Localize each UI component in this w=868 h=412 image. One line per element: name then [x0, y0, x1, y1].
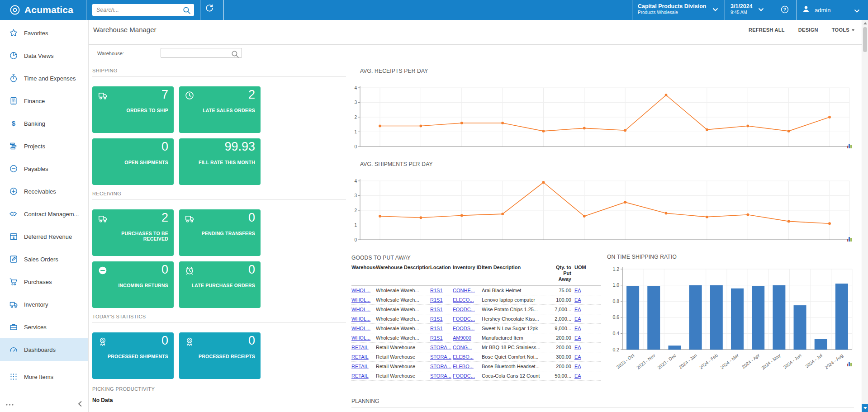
cell-link[interactable]: ELEBO... [453, 364, 474, 369]
cell-link[interactable]: CONG... [453, 345, 472, 350]
cell-link[interactable]: R1S1 [430, 307, 443, 312]
cell-link[interactable]: STORA... [430, 345, 451, 350]
sidebar-item-label: Favorites [24, 30, 48, 37]
cell-link[interactable]: EA [574, 354, 581, 360]
warehouse-input[interactable] [161, 48, 242, 57]
cell-link[interactable]: WHOL... [351, 288, 370, 293]
sidebar-item-contract-managem[interactable]: Contract Managem... [0, 203, 88, 225]
user-menu-chevron-down-icon[interactable] [854, 7, 860, 15]
cell-link[interactable]: EA [574, 364, 581, 369]
table-cell: Wholesale Wareh... [376, 316, 430, 322]
kpi-tile-pending-transfers[interactable]: 0PENDING TRANSFERS [179, 209, 261, 256]
refresh-all-button[interactable]: REFRESH ALL [749, 27, 785, 33]
sidebar-item-time-and-expenses[interactable]: Time and Expenses [0, 67, 88, 90]
cell-link[interactable]: R1S1 [430, 288, 443, 293]
sidebar-item-banking[interactable]: $Banking [0, 112, 88, 135]
kpi-tile-orders-to-ship[interactable]: 7ORDERS TO SHIP [92, 86, 174, 133]
user-menu[interactable]: admin [802, 5, 830, 15]
sidebar-item-purchases[interactable]: Purchases [0, 270, 88, 293]
scrollbar-thumb[interactable] [863, 27, 867, 52]
cell-link[interactable]: RETAIL [351, 373, 369, 379]
cell-link[interactable]: RETAIL [351, 354, 369, 360]
kpi-tile-processed-shipments[interactable]: 0PROCESSED SHIPMENTS [92, 332, 174, 379]
chart-mini-icon[interactable] [847, 142, 853, 147]
cell-link[interactable]: EA [574, 297, 581, 303]
cell-link[interactable]: STORA... [430, 354, 451, 360]
table-cell: CONHE... [453, 288, 482, 293]
tools-button[interactable]: TOOLS [832, 27, 854, 33]
cell-link[interactable]: WHOL... [351, 307, 370, 312]
sidebar-item-services[interactable]: Services [0, 316, 88, 338]
cell-link[interactable]: WHOL... [351, 335, 370, 341]
warehouse-filter-label: Warehouse: [97, 51, 124, 56]
cell-link[interactable]: WHOL... [351, 326, 370, 331]
cell-link[interactable]: ELECO... [453, 297, 474, 303]
kpi-tile-open-shipments[interactable]: 0OPEN SHIPMENTS [92, 138, 174, 185]
search-icon[interactable] [182, 6, 191, 17]
sidebar-item-dashboards[interactable]: Dashboards [0, 338, 88, 361]
sidebar-item-payables[interactable]: Payables [0, 157, 88, 180]
sidebar-item-deferred-revenue[interactable]: $Deferred Revenue [0, 225, 88, 248]
cell-link[interactable]: WHOL... [351, 297, 370, 303]
company-selector[interactable]: Capital Products Division Products Whole… [638, 3, 718, 15]
help-icon[interactable]: ? [780, 5, 789, 15]
cell-link[interactable]: EA [574, 316, 581, 322]
cell-link[interactable]: EA [574, 326, 581, 331]
cell-link[interactable]: FOODC... [453, 373, 475, 379]
vertical-scrollbar[interactable] [862, 20, 868, 412]
acumatica-logo[interactable]: Acumatica [9, 0, 73, 20]
cell-link[interactable]: FOODC... [453, 307, 475, 312]
kpi-tile-fill-rate-this-month[interactable]: 99.93FILL RATE THIS MONTH [179, 138, 261, 185]
sidebar-item-sales-orders[interactable]: Sales Orders [0, 248, 88, 270]
cell-link[interactable]: EA [574, 307, 581, 312]
scroll-down-button[interactable] [862, 404, 868, 412]
table-cell: WHOL... [351, 335, 376, 341]
cell-link[interactable]: EA [574, 373, 581, 379]
cell-link[interactable]: R1S1 [430, 316, 443, 322]
design-button[interactable]: DESIGN [798, 27, 818, 33]
sidebar-item-data-views[interactable]: Data Views [0, 44, 88, 67]
cell-link[interactable]: EA [574, 335, 581, 341]
chart-mini-icon[interactable] [847, 235, 853, 241]
cell-link[interactable]: RETAIL [351, 345, 369, 350]
sidebar-item-projects[interactable]: Projects [0, 135, 88, 157]
sidebar-item-receivables[interactable]: Receivables [0, 180, 88, 203]
business-date-selector[interactable]: 3/1/2024 9:45 AM [730, 3, 764, 15]
collapse-sidebar-icon[interactable] [77, 401, 83, 409]
kpi-tile-purchases-to-be-received[interactable]: 2PURCHASES TO BE RECEIVED [92, 209, 174, 256]
lookup-icon[interactable] [231, 50, 240, 61]
overflow-dots-icon[interactable] [5, 401, 14, 409]
kpi-label: PURCHASES TO BE RECEIVED [98, 231, 168, 242]
cell-link[interactable]: R1S1 [430, 326, 443, 331]
cell-link[interactable]: EA [574, 345, 581, 350]
cell-link[interactable]: AM9000 [453, 335, 471, 341]
svg-text:0.2: 0.2 [612, 347, 619, 352]
sidebar-item-favorites[interactable]: Favorites [0, 22, 88, 44]
global-search [92, 4, 194, 16]
cell-link[interactable]: FOODC... [453, 316, 475, 322]
kpi-tile-incoming-returns[interactable]: 0INCOMING RETURNS [92, 261, 174, 308]
cell-link[interactable]: STORA... [430, 364, 451, 369]
scroll-up-icon[interactable] [863, 22, 867, 24]
cell-link[interactable]: R1S1 [430, 297, 443, 303]
cell-link[interactable]: STORA... [430, 373, 451, 379]
kpi-value: 2 [248, 88, 255, 102]
cell-link[interactable]: RETAIL [351, 364, 369, 369]
sidebar-item-inventory[interactable]: Inventory [0, 293, 88, 316]
kpi-label: LATE PURCHASE ORDERS [192, 283, 255, 288]
cell-link[interactable]: FOODS... [453, 326, 474, 331]
kpi-tile-processed-receipts[interactable]: 0PROCESSED RECEIPTS [179, 332, 261, 379]
cell-link[interactable]: R1S1 [430, 335, 443, 341]
planning-section-title: PLANNING [351, 398, 379, 404]
business-date-refresh-icon[interactable] [205, 4, 214, 14]
sidebar-item-finance[interactable]: Finance [0, 90, 88, 112]
cell-link[interactable]: CONHE... [453, 288, 475, 293]
cell-link[interactable]: WHOL... [351, 316, 370, 322]
cell-link[interactable]: EA [574, 288, 581, 293]
sidebar-item-more-items[interactable]: More Items [0, 365, 88, 388]
cell-link[interactable]: ELEBO... [453, 354, 474, 360]
chart-mini-icon[interactable] [847, 360, 853, 365]
kpi-tile-late-purchase-orders[interactable]: 0LATE PURCHASE ORDERS [179, 261, 261, 308]
search-input[interactable] [92, 4, 194, 16]
kpi-tile-late-sales-orders[interactable]: 2LATE SALES ORDERS [179, 86, 261, 133]
